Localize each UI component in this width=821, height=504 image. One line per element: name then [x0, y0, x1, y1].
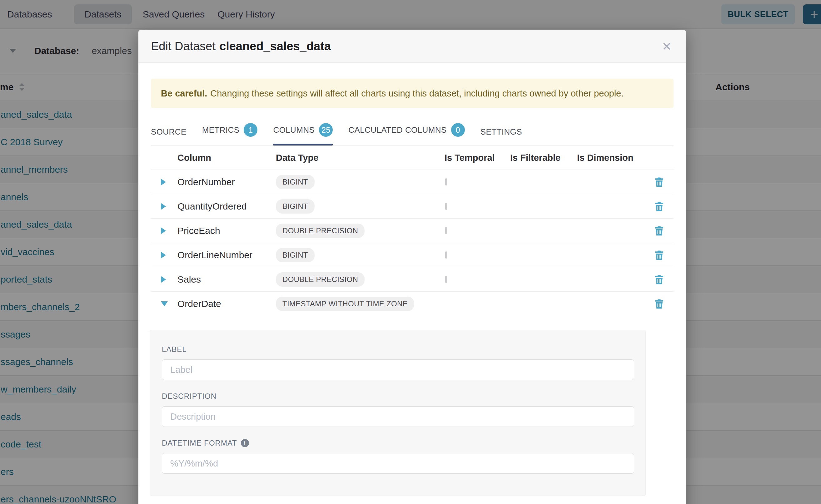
is-temporal-checkbox[interactable]	[445, 178, 447, 185]
description-input[interactable]	[162, 406, 634, 427]
is-temporal-checkbox[interactable]	[445, 227, 447, 234]
calculated-columns-count-badge: 0	[451, 123, 465, 137]
column-row: OrderLineNumber BIGINT	[151, 243, 674, 267]
column-row: PriceEach DOUBLE PRECISION	[151, 219, 674, 243]
column-row: Sales DOUBLE PRECISION	[151, 267, 674, 292]
column-row-expanded: OrderDate TIMESTAMP WITHOUT TIME ZONE	[151, 292, 674, 316]
column-name: OrderLineNumber	[172, 250, 276, 260]
description-field-label: DESCRIPTION	[162, 392, 634, 401]
tab-source[interactable]: SOURCE	[151, 123, 186, 145]
info-icon[interactable]: i	[241, 439, 249, 447]
data-type-pill: BIGINT	[276, 199, 314, 214]
columns-count-badge: 25	[319, 123, 333, 137]
tab-label: SETTINGS	[481, 127, 522, 137]
column-name: OrderNumber	[172, 177, 276, 187]
datetime-format-field-group: DATETIME FORMAT i	[162, 439, 634, 474]
delete-column-icon[interactable]	[655, 177, 664, 187]
tab-settings[interactable]: SETTINGS	[481, 123, 522, 145]
expand-caret-icon[interactable]	[151, 276, 172, 283]
data-type-pill: BIGINT	[276, 175, 314, 189]
columns-table-header: Column Data Type Is Temporal Is Filterab…	[151, 146, 674, 170]
expand-caret-icon[interactable]	[151, 227, 172, 234]
warning-text: Changing these settings will affect all …	[210, 88, 624, 99]
tab-label: SOURCE	[151, 127, 186, 137]
modal-body: Be careful. Changing these settings will…	[138, 79, 686, 496]
is-filterable-header: Is Filterable	[510, 153, 577, 163]
label-field-group: LABEL	[162, 345, 634, 380]
column-edit-panel: LABEL DESCRIPTION DATETIME FORMAT i	[150, 330, 646, 496]
expand-caret-icon[interactable]	[151, 179, 172, 185]
column-row: QuantityOrdered BIGINT	[151, 194, 674, 219]
expand-caret-icon[interactable]	[151, 203, 172, 210]
delete-column-icon[interactable]	[655, 299, 664, 309]
delete-column-icon[interactable]	[655, 201, 664, 211]
is-temporal-checkbox[interactable]	[445, 251, 447, 259]
expand-caret-icon[interactable]	[151, 252, 172, 259]
tab-label: CALCULATED COLUMNS	[348, 125, 447, 135]
is-temporal-checkbox[interactable]	[445, 276, 447, 283]
data-type-pill: TIMESTAMP WITHOUT TIME ZONE	[276, 297, 414, 311]
delete-column-icon[interactable]	[655, 226, 664, 236]
metrics-count-badge: 1	[244, 123, 257, 137]
tab-calculated-columns[interactable]: CALCULATED COLUMNS 0	[348, 119, 465, 145]
column-name: OrderDate	[172, 299, 276, 309]
description-field-group: DESCRIPTION	[162, 392, 634, 427]
column-header: Column	[172, 153, 276, 163]
tab-columns[interactable]: COLUMNS 25	[273, 119, 333, 145]
screen: Databases Datasets Saved Queries Query H…	[0, 0, 821, 504]
close-icon[interactable]: ✕	[662, 30, 672, 63]
data-type-pill: DOUBLE PRECISION	[276, 224, 364, 238]
collapse-caret-icon[interactable]	[151, 301, 172, 306]
warning-bold-text: Be careful.	[161, 88, 207, 99]
tab-label: METRICS	[202, 125, 240, 135]
column-name: Sales	[172, 274, 276, 285]
warning-banner: Be careful. Changing these settings will…	[151, 79, 674, 108]
tab-label: COLUMNS	[273, 125, 314, 135]
is-dimension-header: Is Dimension	[577, 153, 645, 163]
modal-header: Edit Dataset cleaned_sales_data ✕	[138, 30, 686, 63]
modal-title-prefix: Edit Dataset	[151, 40, 215, 53]
label-input[interactable]	[162, 359, 634, 380]
column-row: OrderNumber BIGINT	[151, 170, 674, 194]
tab-metrics[interactable]: METRICS 1	[202, 119, 258, 145]
is-temporal-header: Is Temporal	[445, 153, 510, 163]
is-temporal-checkbox[interactable]	[445, 203, 447, 210]
modal-title-dataset-name: cleaned_sales_data	[219, 40, 331, 53]
edit-dataset-modal: Edit Dataset cleaned_sales_data ✕ Be car…	[138, 30, 686, 504]
column-name: QuantityOrdered	[172, 201, 276, 212]
delete-column-icon[interactable]	[655, 274, 664, 284]
column-name: PriceEach	[172, 225, 276, 236]
modal-tabs: SOURCE METRICS 1 COLUMNS 25 CALCULATED C…	[151, 119, 674, 146]
modal-title: Edit Dataset cleaned_sales_data	[151, 30, 331, 63]
datetime-format-input[interactable]	[162, 453, 634, 474]
delete-column-icon[interactable]	[655, 250, 664, 260]
data-type-header: Data Type	[276, 153, 445, 163]
data-type-pill: BIGINT	[276, 248, 314, 262]
data-type-pill: DOUBLE PRECISION	[276, 272, 364, 287]
columns-table: Column Data Type Is Temporal Is Filterab…	[151, 146, 674, 316]
datetime-format-field-label: DATETIME FORMAT i	[162, 439, 634, 447]
label-field-label: LABEL	[162, 345, 634, 354]
